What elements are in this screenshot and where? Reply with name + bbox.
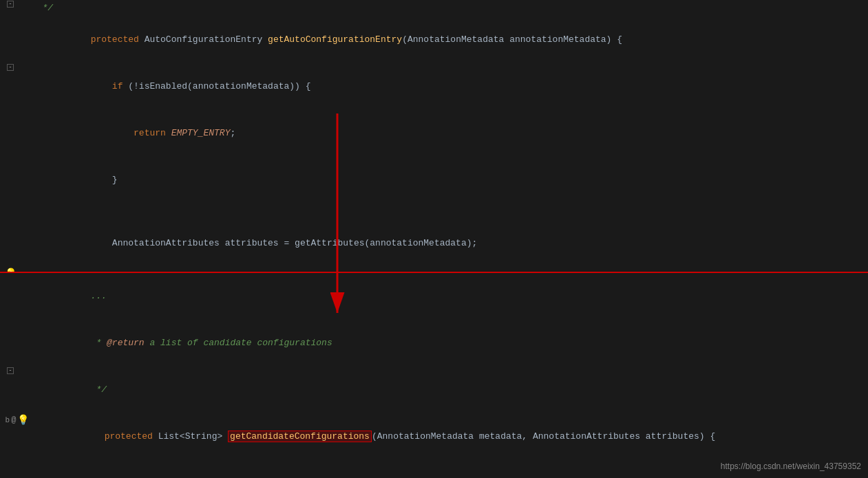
code-line-method: b @ 💡 protected List<String> getCandidat… [0, 413, 868, 460]
code-line: ... [0, 273, 868, 320]
code-line [0, 204, 868, 220]
code-content: * @return a list of candidate configurat… [21, 321, 868, 366]
code-content: if (!isEnabled(annotationMetadata)) { [21, 64, 868, 109]
code-line: AnnotationAttributes attributes = getAtt… [0, 220, 868, 267]
code-section-top: - */ protected AutoConfigurationEntry ge… [0, 0, 868, 272]
at-icon: @ [11, 415, 16, 425]
code-section-bottom: ... * @return a list of candidate config… [0, 272, 868, 478]
url-watermark: https://blog.csdn.net/weixin_43759352 [721, 461, 861, 471]
warning-icon: 💡 [5, 268, 17, 272]
fold-icon[interactable]: - [7, 1, 14, 8]
code-content: protected List<String> getCandidateConfi… [34, 414, 868, 459]
code-line: * @return a list of candidate configurat… [0, 320, 868, 367]
gutter: - [0, 64, 21, 71]
code-content [21, 204, 868, 219]
code-line: } [0, 157, 868, 204]
code-editor: - */ protected AutoConfigurationEntry ge… [0, 0, 868, 478]
fold-icon[interactable]: - [7, 64, 14, 71]
code-line: - */ [0, 367, 868, 413]
code-content: List<String> configurations = getCandida… [21, 268, 868, 272]
code-content: return EMPTY_ENTRY; [21, 111, 868, 156]
gutter: 💡 [0, 268, 21, 272]
gutter: b @ 💡 [0, 414, 34, 426]
code-line: return EMPTY_ENTRY; [0, 110, 868, 157]
gutter: - [0, 367, 21, 374]
warning-icon: 💡 [17, 414, 29, 426]
gutter: - [0, 1, 21, 8]
code-content: AnnotationAttributes attributes = getAtt… [21, 221, 868, 266]
code-content: } [21, 157, 868, 203]
fold-icon[interactable]: - [7, 367, 14, 374]
code-line: - if (!isEnabled(annotationMetadata)) { [0, 63, 868, 110]
code-line: protected AutoConfigurationEntry getAuto… [0, 17, 868, 63]
code-line: - */ [0, 0, 868, 17]
code-line-highlighted: 💡 List<String> configurations = getCandi… [0, 267, 868, 272]
code-content: */ [21, 367, 868, 413]
code-content: protected AutoConfigurationEntry getAuto… [21, 17, 868, 63]
code-content: */ [21, 1, 868, 16]
code-content: ... [21, 274, 868, 319]
